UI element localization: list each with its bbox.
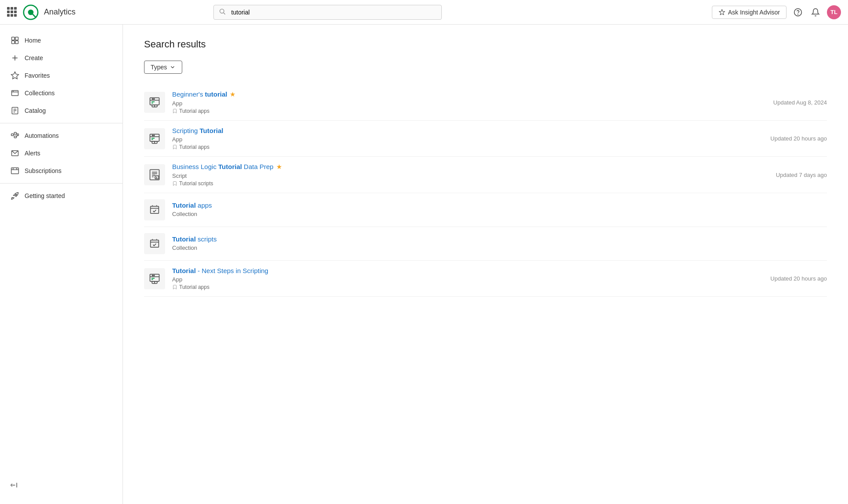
collapse-icon xyxy=(11,481,18,489)
sidebar-item-alerts[interactable]: Alerts xyxy=(0,144,123,162)
svg-point-3 xyxy=(220,9,224,13)
sidebar-item-favorites-label: Favorites xyxy=(25,72,50,79)
svg-rect-9 xyxy=(12,41,15,44)
result-icon xyxy=(144,128,165,149)
result-title: Tutorial scripts xyxy=(172,235,827,243)
result-info: Tutorial - Next Steps in Scripting App T… xyxy=(172,267,763,290)
result-item: Beginner's tutorial★ App Tutorial apps U… xyxy=(144,84,827,121)
sidebar-divider-1 xyxy=(0,123,123,123)
bookmark-icon xyxy=(172,144,177,150)
svg-marker-13 xyxy=(11,72,19,79)
result-info: Tutorial scripts Collection xyxy=(172,235,827,252)
svg-point-48 xyxy=(152,135,153,136)
result-title-link[interactable]: Business Logic Tutorial Data Prep xyxy=(172,163,274,170)
user-avatar[interactable]: TL xyxy=(827,5,841,19)
plus-icon xyxy=(11,54,19,62)
svg-line-4 xyxy=(224,13,225,14)
sidebar-divider-2 xyxy=(0,183,123,184)
result-icon xyxy=(144,164,165,185)
result-icon xyxy=(144,92,165,113)
sidebar-item-subscriptions[interactable]: Subscriptions xyxy=(0,162,123,180)
sidebar-item-home[interactable]: Home xyxy=(0,32,123,49)
result-item: Tutorial apps Collection xyxy=(144,193,827,227)
result-item: Scripting Tutorial App Tutorial apps Upd… xyxy=(144,121,827,157)
bookmark-icon xyxy=(172,181,177,186)
app-name: Analytics xyxy=(44,7,76,17)
alerts-icon xyxy=(11,149,19,158)
result-date: Updated Aug 8, 2024 xyxy=(773,99,827,106)
page-title: Search results xyxy=(144,39,827,50)
filter-bar: Types xyxy=(144,61,827,74)
qlik-logo[interactable] xyxy=(23,4,39,20)
collapse-sidebar-button[interactable] xyxy=(0,477,123,493)
title-highlight: Tutorial xyxy=(218,163,242,170)
result-title-link[interactable]: Scripting Tutorial xyxy=(172,127,223,134)
sidebar-item-getting-started[interactable]: Getting started xyxy=(0,187,123,205)
result-title: Business Logic Tutorial Data Prep★ xyxy=(172,163,769,171)
result-title: Scripting Tutorial xyxy=(172,127,763,134)
result-type: App xyxy=(172,276,763,283)
result-item: Tutorial scripts Collection xyxy=(144,227,827,261)
sidebar-item-automations-label: Automations xyxy=(25,132,59,139)
main-layout: Home Create Favorites Collections xyxy=(0,25,848,504)
types-filter-button[interactable]: Types xyxy=(144,61,182,74)
title-highlight: Tutorial xyxy=(172,235,196,243)
search-bar xyxy=(213,5,442,20)
result-date: Updated 7 days ago xyxy=(776,172,827,178)
notifications-button[interactable] xyxy=(809,6,822,18)
svg-rect-24 xyxy=(17,134,18,136)
svg-point-6 xyxy=(798,14,798,14)
sidebar-item-getting-started-label: Getting started xyxy=(25,192,65,199)
svg-rect-10 xyxy=(15,41,18,44)
result-type: Collection xyxy=(172,245,827,251)
result-collection: Tutorial scripts xyxy=(172,180,769,187)
result-item: Tutorial - Next Steps in Scripting App T… xyxy=(144,261,827,297)
star-icon: ★ xyxy=(276,163,282,170)
result-title-link[interactable]: Tutorial - Next Steps in Scripting xyxy=(172,267,268,274)
result-collection: Tutorial apps xyxy=(172,284,763,290)
result-title-link[interactable]: Tutorial apps xyxy=(172,202,212,209)
svg-rect-21 xyxy=(11,134,14,136)
svg-point-41 xyxy=(154,98,155,99)
result-title-link[interactable]: Tutorial scripts xyxy=(172,235,217,243)
sidebar-item-collections-label: Collections xyxy=(25,90,54,97)
title-highlight: tutorial xyxy=(205,90,227,98)
chevron-down-icon xyxy=(170,64,176,70)
sidebar: Home Create Favorites Collections xyxy=(0,25,123,504)
result-info: Business Logic Tutorial Data Prep★ Scrip… xyxy=(172,163,769,187)
catalog-icon xyxy=(11,106,19,115)
types-filter-label: Types xyxy=(151,64,167,71)
result-icon xyxy=(144,268,165,289)
svg-rect-23 xyxy=(14,136,16,138)
svg-point-65 xyxy=(154,275,155,276)
result-info: Tutorial apps Collection xyxy=(172,202,827,219)
result-info: Beginner's tutorial★ App Tutorial apps xyxy=(172,90,766,114)
ask-insight-advisor-button[interactable]: Ask Insight Advisor xyxy=(712,6,787,19)
subscriptions-icon xyxy=(11,166,19,175)
title-highlight: Tutorial xyxy=(172,267,196,274)
svg-rect-8 xyxy=(15,37,18,40)
svg-point-33 xyxy=(15,194,17,195)
sidebar-item-catalog[interactable]: Catalog xyxy=(0,102,123,119)
result-item: Business Logic Tutorial Data Prep★ Scrip… xyxy=(144,157,827,193)
sidebar-item-favorites[interactable]: Favorites xyxy=(0,67,123,84)
result-title: Tutorial - Next Steps in Scripting xyxy=(172,267,763,274)
topbar-right: Ask Insight Advisor TL xyxy=(712,5,841,19)
result-collection: Tutorial apps xyxy=(172,144,763,150)
search-input[interactable] xyxy=(213,5,442,20)
collections-icon xyxy=(11,89,19,97)
sidebar-item-catalog-label: Catalog xyxy=(25,107,46,114)
sidebar-item-collections[interactable]: Collections xyxy=(0,84,123,102)
result-title: Beginner's tutorial★ xyxy=(172,90,766,98)
result-title-link[interactable]: Beginner's tutorial xyxy=(172,90,227,98)
grid-menu-icon[interactable] xyxy=(7,7,18,18)
sidebar-item-create[interactable]: Create xyxy=(0,49,123,67)
sidebar-item-automations[interactable]: Automations xyxy=(0,127,123,144)
result-date: Updated 20 hours ago xyxy=(770,275,827,282)
help-button[interactable] xyxy=(792,6,804,18)
result-info: Scripting Tutorial App Tutorial apps xyxy=(172,127,763,150)
results-list: Beginner's tutorial★ App Tutorial apps U… xyxy=(144,84,827,297)
sidebar-bottom xyxy=(0,473,123,497)
svg-point-64 xyxy=(152,275,153,276)
star-icon: ★ xyxy=(230,90,235,98)
